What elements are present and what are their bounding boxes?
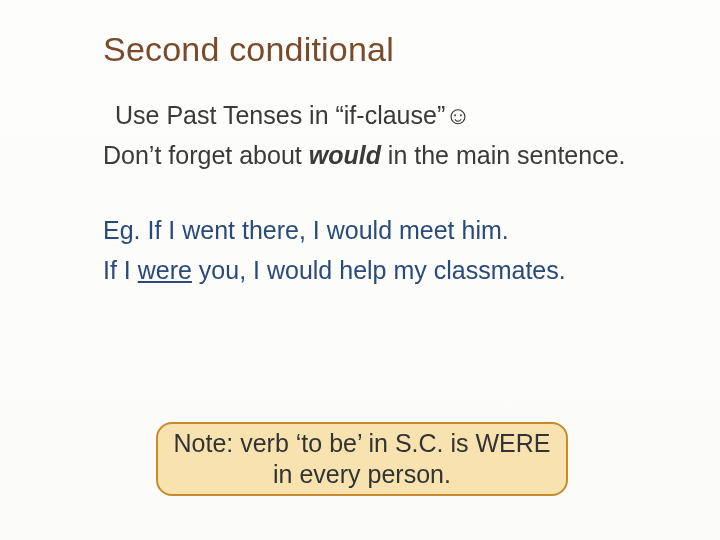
body-line-2: Don’t forget about would in the main sen…: [103, 137, 665, 173]
example-2: If I were you, I would help my classmate…: [103, 252, 665, 288]
slide-body: Use Past Tenses in “if-clause”☺ Don’t fo…: [103, 97, 665, 288]
line2-emphasis-would: would: [309, 141, 381, 169]
example-1: Eg. If I went there, I would meet him.: [103, 212, 665, 248]
spacer: [103, 178, 665, 212]
example2-before: If I: [103, 256, 138, 284]
slide-title: Second conditional: [103, 30, 665, 69]
note-callout: Note: verb ‘to be’ in S.C. is WERE in ev…: [156, 422, 568, 496]
line2-before: Don’t forget about: [103, 141, 309, 169]
note-line-2: in every person.: [174, 459, 551, 490]
smiley-icon: ☺: [445, 101, 471, 129]
line2-after: in the main sentence.: [381, 141, 626, 169]
body-line-1: Use Past Tenses in “if-clause”☺: [115, 97, 665, 133]
note-text: Note: verb ‘to be’ in S.C. is WERE in ev…: [174, 428, 551, 491]
slide: Second conditional Use Past Tenses in “i…: [0, 0, 720, 540]
note-line-1: Note: verb ‘to be’ in S.C. is WERE: [174, 428, 551, 459]
line1-text: Use Past Tenses in “if-clause”: [115, 101, 445, 129]
example2-were-underline: were: [138, 256, 192, 284]
example2-after: you, I would help my classmates.: [192, 256, 566, 284]
